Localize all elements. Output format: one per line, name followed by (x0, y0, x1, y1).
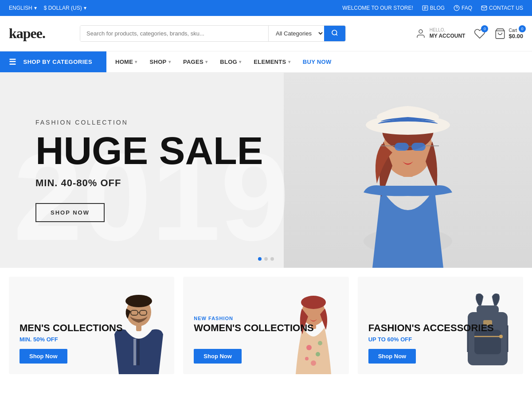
search-input[interactable] (80, 26, 268, 41)
svg-point-6 (332, 30, 337, 35)
elements-dropdown-icon: ▾ (288, 59, 290, 64)
hamburger-icon: ☰ (9, 57, 16, 67)
svg-line-7 (336, 34, 337, 35)
currency-arrow-icon: ▾ (84, 5, 86, 11)
nav-links: HOME ▾ SHOP ▾ PAGES ▾ BLOG ▾ ELEMENTS ▾ … (106, 51, 340, 72)
my-account-label: MY ACCOUNT (430, 33, 466, 40)
cart-icon (494, 28, 506, 39)
mens-card-discount: MIN. 50% OFF (20, 336, 164, 343)
wishlist-button[interactable]: 0 (474, 28, 485, 39)
logo[interactable]: kapee. (9, 25, 71, 42)
womens-card-discount (194, 336, 338, 343)
accessories-shop-now-button[interactable]: Shop Now (368, 349, 416, 364)
header-icons: HELLO, MY ACCOUNT 0 0 Cart $0.00 (415, 27, 523, 40)
navigation: ☰ SHOP BY CATEGORIES HOME ▾ SHOP ▾ PAGES… (0, 51, 532, 73)
nav-blog[interactable]: BLOG ▾ (220, 51, 241, 72)
womens-card-label: NEW FASHION (194, 316, 338, 321)
hero-description: MIN. 40-80% OFF (35, 177, 263, 189)
search-icon (331, 29, 338, 36)
hero-dot-1[interactable] (258, 257, 262, 261)
hero-woman-figure (319, 73, 497, 268)
nav-shop[interactable]: SHOP ▾ (150, 51, 171, 72)
shop-dropdown-icon: ▾ (168, 59, 171, 64)
blog-dropdown-icon: ▾ (239, 59, 241, 64)
accessories-card-discount: UP TO 60% OFF (368, 336, 512, 343)
hero-dot-3[interactable] (270, 257, 274, 261)
top-bar-right: WELCOME TO OUR STORE! BLOG FAQ CONTACT U… (342, 5, 523, 11)
pages-dropdown-icon: ▾ (205, 59, 207, 64)
language-selector[interactable]: ENGLISH ▾ (9, 5, 37, 11)
shop-by-categories-button[interactable]: ☰ SHOP BY CATEGORIES (0, 51, 106, 72)
mens-card-label (20, 316, 164, 321)
contact-link[interactable]: CONTACT US (481, 5, 523, 11)
cart-total: $0.00 (509, 33, 523, 39)
nav-buy-now[interactable]: BUY NOW (303, 51, 332, 72)
category-cards: MEN'S COLLECTIONS MIN. 50% OFF Shop Now (0, 268, 532, 383)
header: kapee. All Categories HELLO, MY ACCOUNT … (0, 16, 532, 51)
svg-rect-17 (411, 143, 426, 151)
hero-dots (258, 257, 274, 261)
blog-icon (422, 5, 428, 11)
womens-collections-card: NEW FASHION WOMEN'S COLLECTIONS Shop Now (183, 277, 348, 374)
svg-rect-16 (395, 143, 409, 151)
hero-image (284, 73, 532, 268)
nav-elements[interactable]: ELEMENTS ▾ (254, 51, 290, 72)
nav-home[interactable]: HOME ▾ (115, 51, 137, 72)
blog-link[interactable]: BLOG (422, 5, 445, 11)
wishlist-badge: 0 (481, 25, 488, 32)
hero-title: HUGE SALE (35, 131, 263, 170)
search-bar: All Categories (80, 25, 346, 42)
svg-point-8 (419, 30, 422, 33)
search-button[interactable] (324, 26, 345, 41)
nav-pages[interactable]: PAGES ▾ (183, 51, 207, 72)
account-button[interactable]: HELLO, MY ACCOUNT (415, 27, 466, 40)
top-bar: ENGLISH ▾ $ DOLLAR (US) ▾ WELCOME TO OUR… (0, 0, 532, 16)
mens-shop-now-button[interactable]: Shop Now (20, 349, 67, 364)
accessories-card-title: FASHION'S ACCESSORIES (368, 323, 512, 333)
hero-content: FASHION COLLECTION HUGE SALE MIN. 40-80%… (0, 101, 298, 240)
contact-icon (481, 5, 487, 11)
account-icon (415, 28, 426, 39)
mens-collections-card: MEN'S COLLECTIONS MIN. 50% OFF Shop Now (9, 277, 174, 374)
top-bar-left: ENGLISH ▾ $ DOLLAR (US) ▾ (9, 5, 86, 11)
language-arrow-icon: ▾ (34, 5, 37, 11)
womens-shop-now-button[interactable]: Shop Now (194, 349, 242, 364)
hero-subtitle: FASHION COLLECTION (35, 119, 263, 126)
mens-card-title: MEN'S COLLECTIONS (20, 323, 164, 333)
welcome-text: WELCOME TO OUR STORE! (342, 5, 413, 11)
faq-link[interactable]: FAQ (454, 5, 472, 11)
currency-selector[interactable]: $ DOLLAR (US) ▾ (44, 5, 86, 11)
womens-card-title: WOMEN'S COLLECTIONS (194, 323, 338, 333)
accessories-card-label (368, 316, 512, 321)
hero-dot-2[interactable] (264, 257, 268, 261)
category-select[interactable]: All Categories (268, 26, 324, 41)
accessories-card: FASHION'S ACCESSORIES UP TO 60% OFF Shop… (358, 277, 523, 374)
home-dropdown-icon: ▾ (135, 59, 137, 64)
cart-button[interactable]: 0 Cart $0.00 (494, 28, 523, 39)
faq-icon (454, 5, 460, 11)
hero-banner: 2019 FASHION COLLECTION HUGE SALE MIN. 4… (0, 73, 532, 268)
hello-label: HELLO, (430, 27, 466, 33)
hero-shop-now-button[interactable]: SHOP NOW (35, 203, 105, 222)
cart-badge: 0 (519, 25, 526, 32)
